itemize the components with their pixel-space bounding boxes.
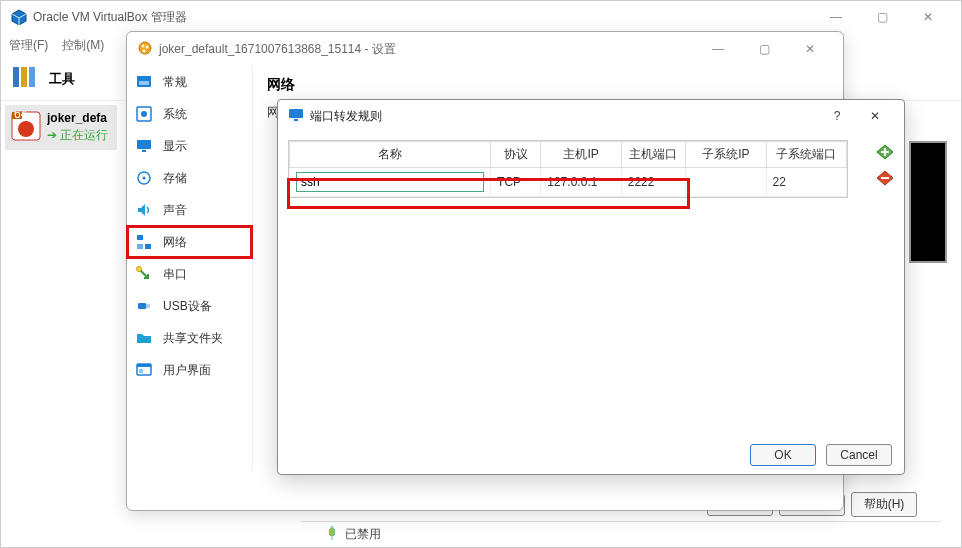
col-name[interactable]: 名称 bbox=[290, 142, 491, 168]
col-host-port[interactable]: 主机端口 bbox=[621, 142, 685, 168]
sidebar-item-user-interface[interactable]: 用户界面 bbox=[127, 354, 252, 386]
svg-point-23 bbox=[141, 111, 147, 117]
settings-minimize-button[interactable]: — bbox=[695, 34, 741, 64]
folder-icon bbox=[135, 329, 153, 347]
svg-rect-33 bbox=[138, 303, 146, 309]
svg-rect-2 bbox=[13, 67, 19, 87]
svg-rect-39 bbox=[294, 119, 298, 121]
col-guest-port[interactable]: 子系统端口 bbox=[766, 142, 846, 168]
serial-icon bbox=[135, 265, 153, 283]
port-forwarding-dialog: 端口转发规则 ? ✕ 名称 协议 主机IP 主机端口 子系统IP 子系统端口 bbox=[277, 99, 905, 475]
settings-titlebar: joker_default_1671007613868_15114 - 设置 —… bbox=[127, 32, 843, 66]
minimize-button[interactable]: — bbox=[813, 2, 859, 32]
ui-icon bbox=[135, 361, 153, 379]
menu-control[interactable]: 控制(M) bbox=[62, 37, 104, 54]
sidebar-item-system[interactable]: 系统 bbox=[127, 98, 252, 130]
rule-name-input[interactable] bbox=[296, 172, 484, 192]
vm-status: ➔ 正在运行 bbox=[47, 127, 108, 144]
maximize-button[interactable]: ▢ bbox=[859, 2, 905, 32]
svg-rect-30 bbox=[145, 244, 151, 249]
col-host-ip[interactable]: 主机IP bbox=[541, 142, 621, 168]
sidebar-item-serial[interactable]: 串口 bbox=[127, 258, 252, 290]
pf-ok-button[interactable]: OK bbox=[750, 444, 816, 466]
pf-table: 名称 协议 主机IP 主机端口 子系统IP 子系统端口 TCP 127.0.0.… bbox=[288, 140, 848, 198]
virtualbox-app-icon bbox=[11, 9, 27, 25]
close-button[interactable]: ✕ bbox=[905, 2, 951, 32]
table-row[interactable]: TCP 127.0.0.1 2222 22 bbox=[290, 168, 847, 197]
settings-sidebar: 常规 系统 显示 存储 声音 网络 bbox=[127, 66, 253, 470]
svg-rect-24 bbox=[137, 140, 151, 149]
sidebar-item-label: 网络 bbox=[163, 234, 187, 251]
sidebar-item-label: 存储 bbox=[163, 170, 187, 187]
storage-icon bbox=[135, 169, 153, 187]
remove-rule-button[interactable] bbox=[874, 168, 896, 188]
svg-rect-21 bbox=[139, 81, 149, 85]
svg-rect-29 bbox=[137, 235, 143, 240]
add-rule-button[interactable] bbox=[874, 142, 896, 162]
svg-rect-25 bbox=[142, 150, 146, 152]
vm-os-icon: 64 bbox=[11, 111, 41, 144]
sidebar-item-display[interactable]: 显示 bbox=[127, 130, 252, 162]
svg-rect-38 bbox=[289, 109, 303, 118]
pf-close-button[interactable]: ✕ bbox=[856, 102, 894, 130]
svg-point-16 bbox=[139, 42, 151, 54]
vm-list-item[interactable]: 64 joker_defa ➔ 正在运行 bbox=[5, 105, 117, 150]
disabled-label: 已禁用 bbox=[345, 526, 381, 543]
settings-window-title: joker_default_1671007613868_15114 - 设置 bbox=[159, 41, 695, 58]
svg-point-19 bbox=[143, 49, 146, 52]
pf-help-button[interactable]: ? bbox=[818, 102, 856, 130]
rule-protocol-cell[interactable]: TCP bbox=[491, 168, 541, 197]
sidebar-item-usb[interactable]: USB设备 bbox=[127, 290, 252, 322]
usb-icon bbox=[135, 297, 153, 315]
sidebar-item-label: 系统 bbox=[163, 106, 187, 123]
svg-point-8 bbox=[18, 121, 34, 137]
rule-guest-port-cell[interactable]: 22 bbox=[766, 168, 846, 197]
rule-guest-ip-cell[interactable] bbox=[686, 168, 766, 197]
display-icon bbox=[135, 137, 153, 155]
svg-rect-36 bbox=[137, 364, 151, 367]
rule-host-ip-cell[interactable]: 127.0.0.1 bbox=[541, 168, 621, 197]
svg-rect-31 bbox=[137, 244, 143, 249]
sidebar-item-label: 共享文件夹 bbox=[163, 330, 223, 347]
main-titlebar: Oracle VM VirtualBox 管理器 — ▢ ✕ bbox=[1, 1, 961, 33]
sidebar-item-audio[interactable]: 声音 bbox=[127, 194, 252, 226]
network-icon bbox=[135, 233, 153, 251]
svg-rect-3 bbox=[21, 67, 27, 87]
settings-help-button[interactable]: 帮助(H) bbox=[851, 492, 917, 517]
settings-app-icon bbox=[137, 40, 153, 59]
plug-icon bbox=[325, 526, 339, 543]
sidebar-item-general[interactable]: 常规 bbox=[127, 66, 252, 98]
sidebar-item-label: 常规 bbox=[163, 74, 187, 91]
pf-app-icon bbox=[288, 107, 304, 126]
settings-close-button[interactable]: ✕ bbox=[787, 34, 833, 64]
svg-rect-34 bbox=[146, 304, 150, 308]
sidebar-item-network[interactable]: 网络 bbox=[127, 226, 252, 258]
sidebar-item-shared-folders[interactable]: 共享文件夹 bbox=[127, 322, 252, 354]
pf-title: 端口转发规则 bbox=[310, 108, 818, 125]
sidebar-item-label: 用户界面 bbox=[163, 362, 211, 379]
tools-icon bbox=[11, 64, 41, 93]
pf-cancel-button[interactable]: Cancel bbox=[826, 444, 892, 466]
svg-marker-28 bbox=[138, 204, 145, 216]
settings-content-heading: 网络 bbox=[267, 76, 829, 94]
menu-manage[interactable]: 管理(F) bbox=[9, 37, 48, 54]
sidebar-item-label: 串口 bbox=[163, 266, 187, 283]
audio-icon bbox=[135, 201, 153, 219]
settings-maximize-button[interactable]: ▢ bbox=[741, 34, 787, 64]
sidebar-item-storage[interactable]: 存储 bbox=[127, 162, 252, 194]
sidebar-item-label: 声音 bbox=[163, 202, 187, 219]
tools-button[interactable]: 工具 bbox=[11, 64, 75, 93]
svg-point-18 bbox=[146, 45, 149, 48]
pf-titlebar: 端口转发规则 ? ✕ bbox=[278, 100, 904, 132]
svg-rect-4 bbox=[29, 67, 35, 87]
vm-preview-thumbnail[interactable] bbox=[909, 141, 947, 263]
svg-text:64: 64 bbox=[14, 111, 28, 121]
rule-host-port-cell[interactable]: 2222 bbox=[621, 168, 685, 197]
main-window-title: Oracle VM VirtualBox 管理器 bbox=[33, 9, 813, 26]
sidebar-item-label: USB设备 bbox=[163, 298, 212, 315]
col-protocol[interactable]: 协议 bbox=[491, 142, 541, 168]
col-guest-ip[interactable]: 子系统IP bbox=[686, 142, 766, 168]
svg-rect-12 bbox=[329, 529, 334, 536]
tools-label: 工具 bbox=[49, 70, 75, 88]
general-icon bbox=[135, 73, 153, 91]
